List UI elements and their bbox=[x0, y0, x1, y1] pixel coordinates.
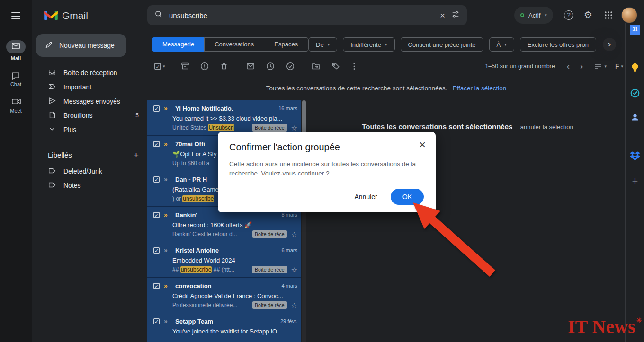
email-row[interactable]: convocation 4 mars Crédit Agricole Val d… bbox=[147, 278, 301, 313]
email-checkbox[interactable] bbox=[153, 247, 160, 254]
email-snippet: United States Unsubscri bbox=[172, 124, 249, 131]
dropbox-icon[interactable] bbox=[630, 151, 640, 162]
sidebar-item-inbox[interactable]: Boîte de réception bbox=[36, 66, 145, 80]
email-row[interactable]: Yi Home Notificatio. 16 mars You earned … bbox=[147, 100, 301, 136]
clear-selection-link[interactable]: Effacer la sélection bbox=[452, 85, 506, 92]
clear-search-icon[interactable]: × bbox=[440, 11, 445, 20]
sidebar-label-deleted-junk[interactable]: Deleted/Junk bbox=[36, 164, 145, 178]
sidebar-item-label: Important bbox=[63, 83, 91, 91]
rail-chat-label: Chat bbox=[0, 81, 32, 87]
filter-chip-has-attachment[interactable]: Contient une pièce jointe bbox=[401, 37, 483, 52]
star-icon[interactable] bbox=[291, 302, 297, 309]
importance-marker-icon[interactable] bbox=[164, 318, 171, 324]
help-button[interactable]: ? bbox=[564, 10, 573, 20]
search-bar[interactable]: unsubscribe × bbox=[147, 5, 467, 25]
move-to-button[interactable] bbox=[311, 61, 321, 71]
importance-marker-icon[interactable] bbox=[164, 105, 171, 112]
chevron-down-icon[interactable] bbox=[163, 64, 165, 69]
email-checkbox[interactable] bbox=[153, 141, 160, 147]
newer-page-button[interactable] bbox=[562, 61, 575, 70]
status-selector[interactable]: Actif bbox=[514, 7, 553, 24]
calendar-icon[interactable]: 31 bbox=[630, 25, 640, 35]
add-addon-icon[interactable] bbox=[630, 176, 640, 186]
meet-icon[interactable] bbox=[11, 97, 21, 108]
filter-chip-from[interactable]: De bbox=[308, 37, 337, 52]
tasks-icon[interactable] bbox=[630, 88, 640, 98]
star-icon[interactable] bbox=[291, 266, 297, 273]
search-input[interactable]: unsubscribe bbox=[169, 11, 434, 19]
delete-button[interactable] bbox=[219, 61, 229, 71]
search-options-icon[interactable] bbox=[451, 10, 460, 20]
create-label-icon[interactable] bbox=[134, 150, 139, 159]
email-checkbox[interactable] bbox=[153, 283, 160, 289]
ok-button[interactable]: OK bbox=[391, 189, 424, 205]
keep-icon[interactable] bbox=[630, 62, 640, 73]
active-status-icon bbox=[520, 13, 524, 17]
report-spam-button[interactable] bbox=[200, 61, 209, 71]
chat-icon[interactable] bbox=[11, 71, 20, 82]
main-menu-icon[interactable] bbox=[11, 12, 20, 22]
filter-chip-to[interactable]: À bbox=[489, 37, 514, 52]
tab-espaces[interactable]: Espaces bbox=[264, 37, 308, 52]
email-row[interactable]: Setapp Team 29 févr. You've joined the w… bbox=[147, 313, 301, 342]
star-icon[interactable] bbox=[291, 124, 297, 132]
compose-button[interactable]: Nouveau message bbox=[36, 34, 126, 57]
send-icon bbox=[48, 96, 56, 106]
star-icon[interactable] bbox=[291, 231, 297, 238]
snooze-button[interactable] bbox=[266, 61, 275, 71]
settings-gear-icon[interactable] bbox=[584, 9, 592, 20]
filter-chip-exclude-promos[interactable]: Exclure les offres pron bbox=[520, 37, 596, 52]
email-checkbox[interactable] bbox=[153, 105, 160, 112]
sidebar-item-more[interactable]: Plus bbox=[36, 123, 145, 137]
importance-marker-icon[interactable] bbox=[164, 211, 171, 218]
email-subject: You earned it >> $3.33 cloud video pla..… bbox=[172, 115, 297, 122]
email-checkbox[interactable] bbox=[153, 176, 160, 183]
importance-marker-icon[interactable] bbox=[164, 176, 171, 183]
tab-conversations[interactable]: Conversations bbox=[204, 37, 264, 52]
split-pane-button[interactable] bbox=[594, 62, 607, 70]
filter-chip-read-state[interactable]: Indifférente bbox=[343, 37, 394, 52]
sidebar-item-sent[interactable]: Messages envoyés bbox=[36, 94, 145, 108]
add-to-tasks-button[interactable] bbox=[286, 61, 295, 71]
email-sender: Kristel Antoine bbox=[175, 247, 277, 254]
sidebar-item-important[interactable]: Important bbox=[36, 80, 145, 94]
contacts-icon[interactable] bbox=[630, 112, 640, 123]
sidebar-label-notes[interactable]: Notes bbox=[36, 178, 145, 193]
email-checkbox[interactable] bbox=[153, 212, 160, 218]
cancel-selection-link[interactable]: annuler la sélection bbox=[520, 123, 573, 131]
chips-scroll-right-icon[interactable] bbox=[603, 38, 616, 51]
confirm-bulk-action-dialog: Confirmer l'action groupée Cette action … bbox=[218, 132, 436, 212]
search-highlight: unsubscribe bbox=[180, 266, 212, 273]
importance-marker-icon[interactable] bbox=[164, 140, 171, 147]
search-icon[interactable] bbox=[154, 10, 163, 20]
mark-unread-button[interactable] bbox=[246, 61, 255, 71]
sidebar-item-label: Messages envoyés bbox=[63, 97, 120, 105]
more-options-button[interactable] bbox=[349, 61, 359, 71]
cancel-button[interactable]: Annuler bbox=[355, 193, 377, 201]
sidebar-item-drafts[interactable]: Brouillons 5 bbox=[36, 108, 145, 123]
google-apps-grid-icon[interactable] bbox=[604, 11, 613, 21]
email-snippet: Professionnelle délivrée... bbox=[172, 302, 249, 308]
email-subject: Crédit Agricole Val de France : Convoc..… bbox=[172, 292, 297, 299]
select-all-control[interactable] bbox=[154, 63, 165, 70]
email-checkbox[interactable] bbox=[153, 318, 160, 324]
tab-messagerie[interactable]: Messagerie bbox=[152, 37, 205, 52]
all-selected-message: Toutes les conversations sont sélectionn… bbox=[313, 123, 623, 131]
important-icon bbox=[48, 82, 56, 92]
chevron-down-icon bbox=[385, 42, 387, 47]
labels-button[interactable] bbox=[331, 61, 340, 71]
importance-marker-icon[interactable] bbox=[164, 282, 171, 289]
select-all-checkbox[interactable] bbox=[154, 63, 161, 70]
archive-button[interactable] bbox=[180, 61, 190, 71]
chevron-down-icon bbox=[504, 42, 507, 47]
close-icon[interactable] bbox=[419, 139, 426, 150]
gmail-logo[interactable]: Gmail bbox=[44, 9, 88, 22]
inbox-icon bbox=[48, 68, 56, 78]
input-tools-button[interactable]: F bbox=[615, 62, 623, 70]
email-date: 16 mars bbox=[278, 105, 297, 111]
rail-mail-button[interactable] bbox=[6, 40, 26, 53]
older-page-button[interactable] bbox=[575, 61, 588, 70]
email-row[interactable]: Kristel Antoine 6 mars Embedded World 20… bbox=[147, 242, 301, 278]
importance-marker-icon[interactable] bbox=[164, 247, 171, 254]
user-avatar[interactable] bbox=[621, 7, 637, 23]
